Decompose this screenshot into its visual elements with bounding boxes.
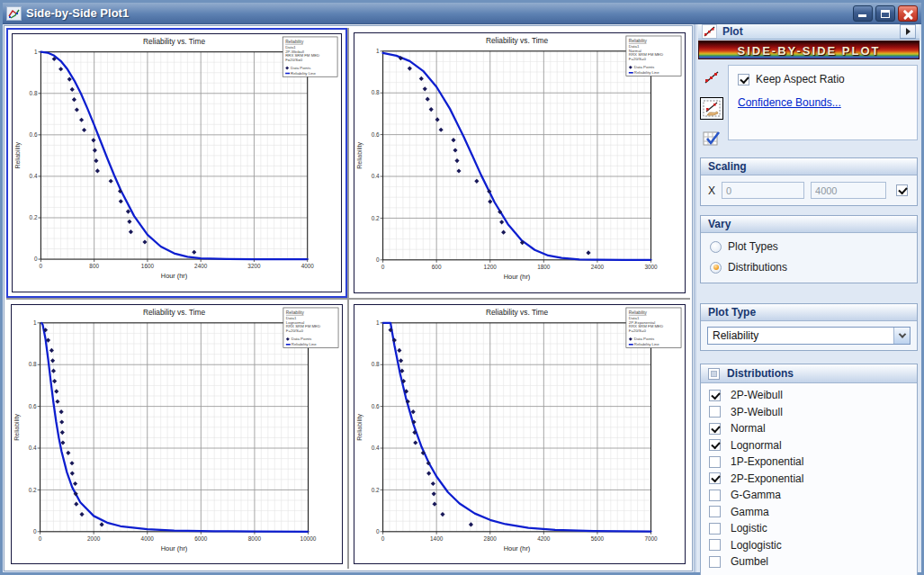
svg-text:1200: 1200 <box>484 264 498 270</box>
data-point <box>70 87 75 92</box>
distribution-checkbox[interactable] <box>709 439 721 451</box>
plot-setup-tool-button[interactable] <box>700 128 723 150</box>
data-point <box>72 97 76 102</box>
distribution-checkbox[interactable] <box>709 523 721 535</box>
window-content: 0800160024003200400000.20.40.60.81Reliab… <box>3 24 921 572</box>
y-axis-label: Reliability <box>356 141 363 168</box>
distribution-checkbox[interactable] <box>709 423 721 435</box>
svg-text:0.4: 0.4 <box>30 173 38 179</box>
panel-expand-button[interactable] <box>900 24 916 39</box>
distributions-header: Distributions <box>701 364 917 383</box>
svg-text:0.4: 0.4 <box>372 445 380 451</box>
svg-text:4000: 4000 <box>301 263 315 269</box>
data-point <box>429 107 434 112</box>
radio-button[interactable] <box>710 262 722 274</box>
distribution-item-gamma[interactable]: Gamma <box>701 504 917 521</box>
plot-panel-2p-weibull[interactable]: 0800160024003200400000.20.40.60.81Reliab… <box>6 28 347 298</box>
distribution-item-logistic[interactable]: Logistic <box>701 520 917 537</box>
reliability-plot: 020004000600080001000000.20.40.60.81Reli… <box>12 305 342 564</box>
distribution-item-g-gamma[interactable]: G-Gamma <box>701 487 917 504</box>
data-point <box>456 168 461 173</box>
distribution-checkbox[interactable] <box>709 490 721 501</box>
plot-line-tool-button[interactable] <box>700 67 723 89</box>
autoscale-checkbox[interactable] <box>896 184 908 196</box>
svg-text:0.6: 0.6 <box>29 402 37 409</box>
svg-text:Reliability: Reliability <box>285 40 304 44</box>
side-by-side-banner: Side-by-Side Plot <box>698 40 920 59</box>
distribution-item-3p-weibull[interactable]: 3P-Weibull <box>701 404 917 421</box>
data-point <box>451 138 455 142</box>
svg-text:Data Points: Data Points <box>292 337 312 341</box>
distribution-item-2p-exponential[interactable]: 2P-Exponential <box>701 471 917 488</box>
plot-panel-normal[interactable]: 0600120018002400300000.20.40.60.81Reliab… <box>349 28 690 298</box>
distribution-checkbox[interactable] <box>709 406 721 418</box>
svg-text:0: 0 <box>34 256 38 262</box>
confidence-bounds-link[interactable]: Confidence Bounds... <box>738 96 841 109</box>
plot-header-icon <box>702 24 717 39</box>
svg-text:1: 1 <box>34 49 38 55</box>
svg-text:1: 1 <box>376 48 380 54</box>
reliability-plot: 01400280042005600700000.20.40.60.81Relia… <box>354 305 685 564</box>
distribution-checkbox[interactable] <box>709 556 721 568</box>
plot-tool-buttons <box>700 65 723 150</box>
vary-options: Plot TypesDistributions <box>701 233 917 283</box>
distribution-label: 1P-Exponential <box>731 455 803 468</box>
data-point <box>109 179 113 184</box>
distribution-label: Normal <box>731 422 766 435</box>
distribution-item-gumbel[interactable]: Gumbel <box>701 553 917 571</box>
y-axis-label: Reliability <box>14 142 22 169</box>
distribution-checkbox[interactable] <box>709 456 721 468</box>
vary-option-plot-types[interactable]: Plot Types <box>710 240 908 253</box>
plot-frame-1: 0800160024003200400000.20.40.60.81Reliab… <box>12 33 342 292</box>
distribution-label: Loglogistic <box>731 539 782 552</box>
vary-option-distributions[interactable]: Distributions <box>710 261 908 274</box>
data-point <box>126 210 130 214</box>
data-point <box>59 409 64 414</box>
distributions-select-all-checkbox[interactable] <box>708 368 720 380</box>
distribution-checkbox[interactable] <box>709 506 721 517</box>
svg-text:4200: 4200 <box>537 535 551 541</box>
plot-type-value: Reliability <box>708 329 893 342</box>
close-button[interactable] <box>898 5 918 22</box>
distribution-checkbox[interactable] <box>709 472 721 484</box>
plot-title: Reliability vs. Time <box>486 307 549 316</box>
svg-text:0.8: 0.8 <box>30 90 38 96</box>
distribution-item-normal[interactable]: Normal <box>701 420 917 437</box>
data-point <box>469 522 473 526</box>
dropdown-button[interactable] <box>893 328 910 344</box>
plot-type-dropdown[interactable]: Reliability <box>707 327 911 345</box>
distribution-item-2p-weibull[interactable]: 2P-Weibull <box>701 387 917 404</box>
distribution-checkbox[interactable] <box>709 390 721 401</box>
distribution-checkbox[interactable] <box>709 539 721 551</box>
plot-legend: ReliabilityData1LognormalRRX SRM FM MEDF… <box>283 307 338 347</box>
distribution-item-loglogistic[interactable]: Loglogistic <box>701 537 917 554</box>
title-bar[interactable]: Side-by-Side Plot1 <box>3 3 921 24</box>
svg-text:1800: 1800 <box>537 264 551 270</box>
svg-text:0: 0 <box>376 256 380 263</box>
data-point <box>50 358 55 363</box>
plot-panel-lognormal[interactable]: 020004000600080001000000.20.40.60.81Reli… <box>6 300 347 570</box>
data-point <box>426 471 431 475</box>
distribution-item-lognormal[interactable]: Lognormal <box>701 437 917 454</box>
keep-aspect-ratio-checkbox[interactable] <box>738 74 749 85</box>
distribution-item-1p-exponential[interactable]: 1P-Exponential <box>701 454 917 471</box>
x-max-input <box>811 182 886 199</box>
minimize-button[interactable] <box>853 5 873 22</box>
svg-text:Reliability Line: Reliability Line <box>634 342 660 346</box>
svg-text:1600: 1600 <box>141 263 155 269</box>
data-point <box>439 128 444 132</box>
plot-options-box: Keep Aspect Ratio Confidence Bounds... <box>728 65 918 140</box>
distributions-title: Distributions <box>727 367 794 380</box>
svg-text:1: 1 <box>376 319 380 325</box>
plot-panel-2p-exponential[interactable]: 01400280042005600700000.20.40.60.81Relia… <box>349 300 690 570</box>
data-point <box>411 409 416 414</box>
keep-aspect-ratio-option[interactable]: Keep Aspect Ratio <box>738 73 908 85</box>
maximize-button[interactable] <box>875 5 895 22</box>
plot-pan-tool-button[interactable] <box>700 97 723 120</box>
data-point <box>52 378 57 382</box>
plot-type-title: Plot Type <box>708 306 756 319</box>
scaling-body: X <box>701 175 917 205</box>
vary-option-label: Distributions <box>728 261 787 274</box>
svg-text:0.2: 0.2 <box>372 486 380 492</box>
radio-button[interactable] <box>710 241 722 253</box>
